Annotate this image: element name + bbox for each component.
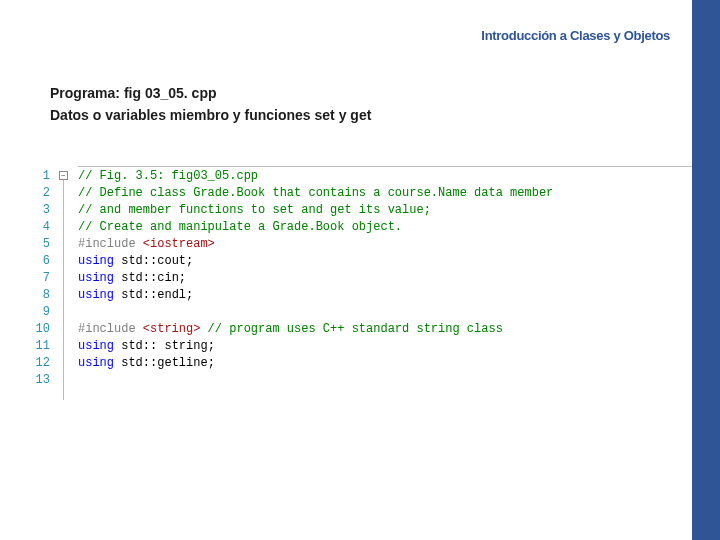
- line-number: 7: [22, 270, 56, 287]
- keyword-text: using: [78, 356, 114, 370]
- comment-text: // Fig. 3.5: fig03_05.cpp: [78, 169, 258, 183]
- line-number: 2: [22, 185, 56, 202]
- code-top-border: [78, 166, 692, 167]
- code-line: // Define class Grade.Book that contains…: [78, 185, 692, 202]
- code-text: std::endl;: [114, 288, 193, 302]
- code-line: #include <iostream>: [78, 236, 692, 253]
- line-number: 11: [22, 338, 56, 355]
- line-number: 8: [22, 287, 56, 304]
- include-text: <string>: [143, 322, 201, 336]
- line-number: 3: [22, 202, 56, 219]
- code-text: std:: string;: [114, 339, 215, 353]
- content-block: Programa: fig 03_05. cpp Datos o variabl…: [50, 82, 371, 127]
- slide-header-title: Introducción a Clases y Objetos: [481, 28, 670, 43]
- code-text: std::cin;: [114, 271, 186, 285]
- code-line: [78, 372, 692, 389]
- comment-text: // program uses C++ standard string clas…: [200, 322, 502, 336]
- code-line: #include <string> // program uses C++ st…: [78, 321, 692, 338]
- fold-gutter: −: [56, 168, 78, 185]
- code-text: std::getline;: [114, 356, 215, 370]
- preprocessor-text: #include: [78, 322, 136, 336]
- line-number: 13: [22, 372, 56, 389]
- line-number: 5: [22, 236, 56, 253]
- comment-text: // and member functions to set and get i…: [78, 203, 431, 217]
- code-line: [78, 304, 692, 321]
- code-line: // Fig. 3.5: fig03_05.cpp: [78, 168, 692, 185]
- keyword-text: using: [78, 288, 114, 302]
- include-text: <iostream>: [143, 237, 215, 251]
- fold-toggle-icon[interactable]: −: [59, 171, 68, 180]
- line-number: 1: [22, 168, 56, 185]
- line-number: 12: [22, 355, 56, 372]
- line-number: 4: [22, 219, 56, 236]
- accent-sidebar: [692, 0, 720, 540]
- code-line: using std::getline;: [78, 355, 692, 372]
- line-number: 6: [22, 253, 56, 270]
- program-description: Datos o variables miembro y funciones se…: [50, 104, 371, 126]
- code-text: std::cout;: [114, 254, 193, 268]
- comment-text: // Define class Grade.Book that contains…: [78, 186, 553, 200]
- code-line: using std::cout;: [78, 253, 692, 270]
- code-editor: 1 − // Fig. 3.5: fig03_05.cpp 2 // Defin…: [22, 168, 692, 389]
- comment-text: // Create and manipulate a Grade.Book ob…: [78, 220, 402, 234]
- keyword-text: using: [78, 339, 114, 353]
- code-line: using std::cin;: [78, 270, 692, 287]
- keyword-text: using: [78, 254, 114, 268]
- program-label: Programa: fig 03_05. cpp: [50, 82, 371, 104]
- line-number: 10: [22, 321, 56, 338]
- keyword-text: using: [78, 271, 114, 285]
- preprocessor-text: #include: [78, 237, 136, 251]
- code-line: // and member functions to set and get i…: [78, 202, 692, 219]
- code-line: using std::endl;: [78, 287, 692, 304]
- code-line: // Create and manipulate a Grade.Book ob…: [78, 219, 692, 236]
- line-number: 9: [22, 304, 56, 321]
- code-line: using std:: string;: [78, 338, 692, 355]
